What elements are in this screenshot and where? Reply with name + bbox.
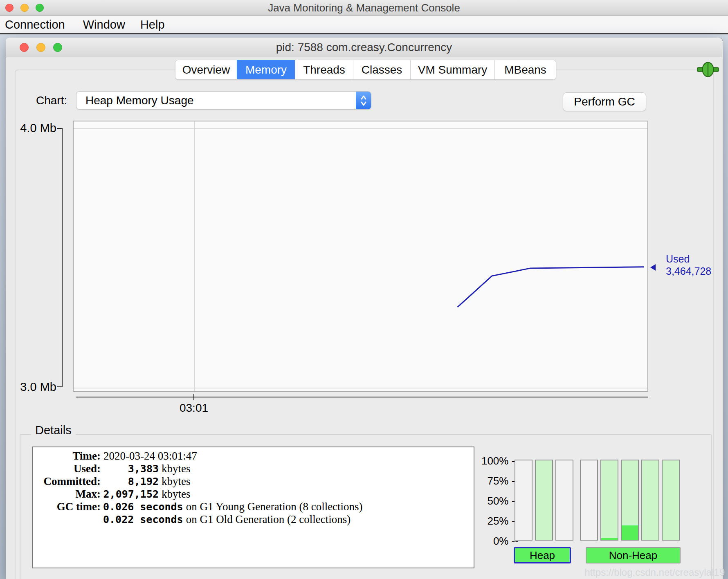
nonheap-pool-bar-1 bbox=[580, 460, 598, 541]
detail-row-gc-old: 0.022 seconds on G1 Old Generation (2 co… bbox=[33, 513, 474, 526]
x-axis-tick bbox=[193, 394, 194, 400]
chevron-up-down-icon bbox=[356, 92, 371, 109]
pool-ytick-25: 25% -- bbox=[474, 515, 519, 527]
detail-row-time: Time: 2020-03-24 03:01:47 bbox=[33, 450, 474, 462]
window-title: pid: 7588 com.creasy.Concurrency bbox=[6, 38, 722, 57]
x-axis-line bbox=[76, 397, 648, 397]
connection-plug-icon bbox=[697, 61, 719, 78]
app-titlebar: Java Monitoring & Management Console bbox=[0, 0, 728, 16]
used-series-value: 3,464,728 bbox=[666, 265, 711, 277]
pool-ytick-50: 50% -- bbox=[474, 495, 519, 507]
heap-usage-plot bbox=[73, 121, 648, 392]
detail-row-committed: Committed: 8,192 kbytes bbox=[33, 475, 474, 488]
nonheap-pool-bar-5 bbox=[662, 460, 680, 541]
y-axis-tick-top bbox=[57, 128, 62, 129]
details-text-box: Time: 2020-03-24 03:01:47 Used: 3,383 kb… bbox=[32, 447, 474, 568]
pool-ytick-0: 0% -- bbox=[474, 535, 519, 548]
menu-help[interactable]: Help bbox=[140, 18, 165, 31]
nonheap-pool-bar-2 bbox=[600, 460, 618, 541]
screenshot-root: Java Monitoring & Management Console Con… bbox=[0, 0, 728, 579]
tab-mbeans[interactable]: MBeans bbox=[494, 60, 556, 79]
detail-row-gc-young: GC time: 0.026 seconds on G1 Young Gener… bbox=[33, 500, 474, 513]
tab-threads[interactable]: Threads bbox=[295, 60, 353, 79]
tab-classes[interactable]: Classes bbox=[353, 60, 410, 79]
heap-pool-bar-2 bbox=[535, 460, 553, 541]
chart-select-label: Chart: bbox=[36, 94, 67, 107]
used-value-label: Used 3,464,728 bbox=[666, 253, 711, 277]
tab-memory[interactable]: Memory bbox=[237, 60, 295, 79]
menu-connection[interactable]: Connection bbox=[5, 18, 65, 31]
y-axis-label-bottom: 3.0 Mb bbox=[16, 380, 56, 394]
nonheap-pool-bar-3 bbox=[621, 460, 639, 541]
y-axis-label-top: 4.0 Mb bbox=[16, 121, 56, 135]
detail-row-used: Used: 3,383 kbytes bbox=[33, 462, 474, 475]
chart-select-value: Heap Memory Usage bbox=[85, 92, 194, 109]
pool-ytick-75: 75% -- bbox=[474, 475, 519, 487]
menubar: Connection Window Help bbox=[0, 16, 728, 33]
heap-pool-bar-3 bbox=[555, 460, 573, 541]
menubar-separator bbox=[0, 33, 728, 34]
series-end-arrow-icon bbox=[650, 264, 656, 271]
tab-overview[interactable]: Overview bbox=[175, 60, 237, 79]
used-memory-series bbox=[74, 121, 647, 391]
watermark-text: https://blog.csdn.net/creasylai19 bbox=[474, 567, 725, 578]
pool-ytick-100: 100% -- bbox=[474, 455, 519, 467]
tab-vm-summary[interactable]: VM Summary bbox=[410, 60, 494, 79]
y-axis-tick-bottom bbox=[57, 386, 62, 387]
menu-window[interactable]: Window bbox=[83, 18, 125, 31]
heap-button[interactable]: Heap bbox=[514, 547, 571, 563]
non-heap-button[interactable]: Non-Heap bbox=[586, 547, 681, 563]
chart-select[interactable]: Heap Memory Usage bbox=[76, 91, 371, 110]
nonheap-pool-bar-4 bbox=[641, 460, 659, 541]
tab-bar: Overview Memory Threads Classes VM Summa… bbox=[175, 60, 556, 80]
perform-gc-button[interactable]: Perform GC bbox=[563, 92, 646, 111]
heap-pool-bar-1 bbox=[515, 460, 533, 541]
detail-row-max: Max: 2,097,152 kbytes bbox=[33, 488, 474, 500]
used-series-name: Used bbox=[666, 253, 711, 265]
y-axis-line bbox=[62, 128, 63, 387]
x-axis-tick-label: 03:01 bbox=[165, 402, 222, 415]
details-legend: Details bbox=[31, 424, 76, 437]
app-title: Java Monitoring & Management Console bbox=[0, 0, 728, 16]
